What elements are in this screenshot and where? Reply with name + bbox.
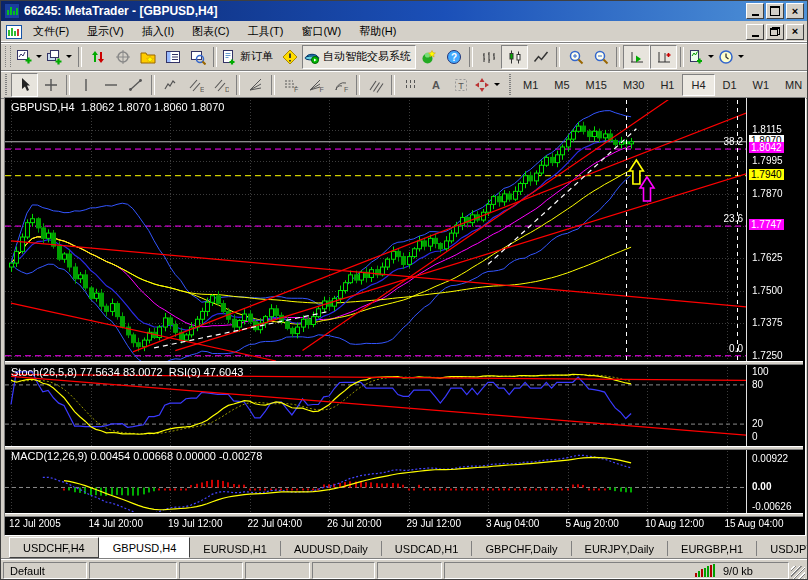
text-label-button[interactable]: T <box>448 74 473 96</box>
chart-tab-eurjpy[interactable]: EURJPY,Daily <box>572 541 669 556</box>
arrow-objects-button[interactable] <box>473 74 503 96</box>
toolbar-grip[interactable] <box>509 74 511 95</box>
autoscroll-icon <box>629 49 645 65</box>
candlestick-chart-button[interactable] <box>501 45 528 69</box>
mql-wizard-button[interactable] <box>416 46 441 68</box>
chart-tab-audusd[interactable]: AUDUSD,Daily <box>281 541 382 556</box>
new-chart-button-dropdown-arrow[interactable] <box>36 55 42 58</box>
menu-file[interactable]: 文件(F) <box>24 21 78 42</box>
chart-tab-usdchf[interactable]: USDCHF,H4 <box>9 537 99 558</box>
toolbar-grip[interactable] <box>5 46 11 67</box>
periods-button-dropdown-arrow[interactable] <box>738 55 744 58</box>
stddev-channel-button[interactable]: D <box>208 74 233 96</box>
chan-d-icon: D <box>213 77 229 93</box>
trendline-button[interactable] <box>123 74 148 96</box>
menu-insert[interactable]: 插入(I) <box>133 21 183 42</box>
zoom-in-button[interactable] <box>563 46 588 68</box>
toolbar-separator <box>66 75 70 95</box>
market-watch-button[interactable] <box>85 46 110 68</box>
menu-tools[interactable]: 工具(T) <box>238 21 292 42</box>
toolbar-separator <box>680 47 684 67</box>
profiles-button-dropdown-arrow[interactable] <box>66 55 72 58</box>
minimize-button[interactable] <box>746 3 764 19</box>
bar-chart-button[interactable] <box>476 46 501 68</box>
chart-tab-usdcad[interactable]: USDCAD,H1 <box>382 541 473 556</box>
menu-window[interactable]: 窗口(W) <box>292 21 350 42</box>
fibonacci-arcs-button[interactable]: F <box>328 74 353 96</box>
status-profile[interactable]: Default <box>3 562 87 579</box>
line-chart-button[interactable] <box>528 46 553 68</box>
pitchfork-icon <box>248 77 264 93</box>
chart-shift-button[interactable] <box>650 45 677 69</box>
menu-view[interactable]: 显示(V) <box>78 21 133 42</box>
timeframe-m15-button[interactable]: M15 <box>578 75 615 95</box>
crosshair-button[interactable] <box>38 74 63 96</box>
line-studies-box: EDFFFAT <box>11 73 503 97</box>
vertical-line-button[interactable] <box>73 74 98 96</box>
timeframe-h4-button[interactable]: H4 <box>682 74 714 96</box>
cycle-lines-button[interactable] <box>398 74 423 96</box>
status-panels <box>89 562 442 579</box>
new-order-icon <box>221 49 237 65</box>
gann-fan-button[interactable] <box>243 74 268 96</box>
expert-advisors-button[interactable]: 自动智能交易系统 <box>302 45 416 69</box>
polyline-button[interactable] <box>158 74 183 96</box>
timeframe-d1-button[interactable]: D1 <box>715 75 745 95</box>
timeframe-m5-button[interactable]: M5 <box>546 75 577 95</box>
chart-tab-eurusd[interactable]: EURUSD,H1 <box>190 541 281 556</box>
timeframe-h1-button[interactable]: H1 <box>652 75 682 95</box>
maximize-button[interactable] <box>766 3 784 19</box>
menu-help[interactable]: 帮助(H) <box>350 21 405 42</box>
toolbar-separator <box>356 75 360 95</box>
chart-tab-gbpusd[interactable]: GBPUSD,H4 <box>99 537 191 558</box>
auto-scroll-button[interactable] <box>623 45 650 69</box>
fibonacci-retracement-button[interactable]: F <box>278 74 303 96</box>
fibonacci-fan-button[interactable]: F <box>303 74 328 96</box>
profiles-button[interactable] <box>45 46 75 68</box>
chart-tab-gbpchf[interactable]: GBPCHF,Daily <box>472 541 571 556</box>
cursor-button[interactable] <box>11 73 38 97</box>
mdi-minimize-button[interactable] <box>746 24 764 40</box>
timeframe-m30-button[interactable]: M30 <box>615 75 652 95</box>
mdi-restore-button[interactable] <box>766 24 784 40</box>
menu-bar: 文件(F)显示(V)插入(I)图表(C)工具(T)窗口(W)帮助(H) × <box>1 21 807 43</box>
navigator-button[interactable] <box>135 46 160 68</box>
arrow-objects-button-dropdown-arrow[interactable] <box>494 83 500 86</box>
indicators-button[interactable] <box>687 46 717 68</box>
svg-text:F: F <box>319 86 323 93</box>
help-button[interactable]: ? <box>441 46 466 68</box>
menu-charts[interactable]: 图表(C) <box>183 21 238 42</box>
timeframe-w1-button[interactable]: W1 <box>745 75 778 95</box>
text-button[interactable]: A <box>423 74 448 96</box>
toolbar-grip[interactable] <box>5 74 7 95</box>
linechart-icon <box>533 49 549 65</box>
indicators-button-dropdown-arrow[interactable] <box>708 55 714 58</box>
new-chart-button[interactable] <box>15 46 45 68</box>
strategy-tester-button[interactable] <box>185 46 210 68</box>
fibfan-icon: F <box>308 77 324 93</box>
metaeditor-button[interactable] <box>277 46 302 68</box>
timeframe-mn-button[interactable]: MN <box>777 75 808 95</box>
zoom-out-button[interactable] <box>588 46 613 68</box>
tester-icon <box>190 49 206 65</box>
equidistant-channel-button[interactable]: E <box>183 74 208 96</box>
chart-tab-eurgbp[interactable]: EURGBP,H1 <box>668 541 757 556</box>
toolbar-separator <box>271 75 275 95</box>
horizontal-line-button[interactable] <box>98 74 123 96</box>
market-watch-icon <box>90 49 106 65</box>
price-chart-canvas[interactable] <box>5 98 803 533</box>
resize-grip[interactable] <box>791 566 805 580</box>
timeframe-m1-button[interactable]: M1 <box>515 75 546 95</box>
data-window-button[interactable] <box>110 46 135 68</box>
terminal-icon <box>165 49 181 65</box>
navigator-icon <box>140 49 156 65</box>
zigzag-icon <box>163 77 179 93</box>
chart-tab-usdjpy[interactable]: USDJPY,M15 <box>757 541 808 556</box>
terminal-button[interactable] <box>160 46 185 68</box>
mdi-close-button[interactable]: × <box>786 24 804 40</box>
close-button[interactable]: × <box>786 3 804 19</box>
status-connection-panel: 9/0 kb <box>444 562 789 579</box>
periods-button[interactable] <box>717 46 747 68</box>
new-order-button[interactable]: 新订单 <box>220 46 277 68</box>
parallel-channel-button[interactable] <box>363 74 388 96</box>
